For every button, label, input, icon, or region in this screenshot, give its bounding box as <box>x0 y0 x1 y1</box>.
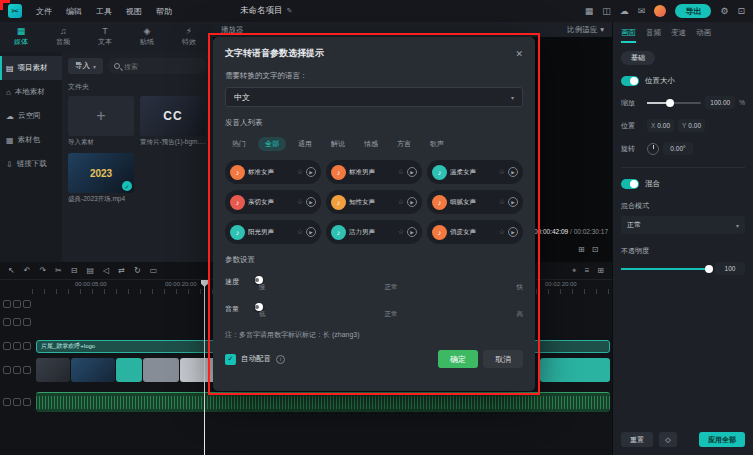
import-button[interactable]: 导入 ▾ <box>68 58 103 74</box>
tab-media[interactable]: ▦ 媒体 <box>0 27 42 47</box>
favorite-star-icon[interactable]: ☆ <box>499 168 505 176</box>
favorite-star-icon[interactable]: ☆ <box>297 168 303 176</box>
play-icon[interactable]: ▶ <box>508 167 518 177</box>
fullscreen-icon[interactable]: ⊡ <box>592 245 599 254</box>
rotate-value[interactable]: 0.00° <box>663 142 693 155</box>
rotate-knob[interactable] <box>647 143 659 155</box>
tab-picture[interactable]: 画面 <box>621 28 636 43</box>
settings-gear-icon[interactable]: ⚙ <box>720 6 728 16</box>
cancel-button[interactable]: 取消 <box>483 350 523 368</box>
track-hide-icon[interactable] <box>13 342 21 350</box>
sidebar-item-pack[interactable]: ▦ 素材包 <box>0 128 62 152</box>
sidebar-item-local-media[interactable]: ⌂ 本地素材 <box>0 80 62 104</box>
video-clip[interactable] <box>71 358 115 382</box>
video-thumb[interactable]: CC <box>140 96 206 136</box>
mirror-icon[interactable]: ⇄ <box>118 266 125 275</box>
search-box[interactable] <box>108 58 207 74</box>
play-icon[interactable]: ▶ <box>508 197 518 207</box>
language-select[interactable]: 中文 ▾ <box>225 87 523 107</box>
voice-item[interactable]: ♪ 俏皮女声 ☆ ▶ <box>427 220 523 244</box>
app-logo-icon[interactable]: ✂ <box>8 4 22 18</box>
audio-track-clip[interactable] <box>36 392 610 412</box>
voice-item[interactable]: ♪ 细腻女声 ☆ ▶ <box>427 190 523 214</box>
track-mute-icon[interactable] <box>23 318 31 326</box>
track-hide-icon[interactable] <box>13 300 21 308</box>
tab-dialect[interactable]: 方言 <box>390 137 418 151</box>
menu-help[interactable]: 帮助 <box>150 3 178 20</box>
keyframe-diamond-icon[interactable]: ◇ <box>659 432 677 447</box>
sidebar-item-project-media[interactable]: ▤ 项目素材 <box>0 56 62 80</box>
opacity-slider[interactable] <box>621 268 711 270</box>
undo-icon[interactable]: ↶ <box>24 266 31 275</box>
position-x-field[interactable]: X 0.00 <box>647 119 674 132</box>
tab-effects[interactable]: ⚡ 特效 <box>168 27 210 47</box>
tab-audio[interactable]: 音频 <box>646 28 661 43</box>
close-icon[interactable]: ✕ <box>515 49 523 59</box>
play-icon[interactable]: ▶ <box>306 227 316 237</box>
tab-sticker[interactable]: ◈ 贴纸 <box>126 27 168 47</box>
track-lock-icon[interactable] <box>3 398 11 406</box>
video-clip[interactable] <box>36 358 70 382</box>
transition-clip[interactable] <box>143 358 179 382</box>
favorite-star-icon[interactable]: ☆ <box>398 198 404 206</box>
sidebar-item-cloud[interactable]: ☁ 云空间 <box>0 104 62 128</box>
layout-icon[interactable]: ▦ <box>585 6 594 16</box>
play-icon[interactable]: ▶ <box>306 197 316 207</box>
cloud-sync-icon[interactable]: ☁ <box>620 6 629 16</box>
voice-item[interactable]: ♪ 温柔女声 ☆ ▶ <box>427 160 523 184</box>
tab-text[interactable]: T 文本 <box>84 27 126 47</box>
tab-general[interactable]: 通用 <box>291 137 319 151</box>
favorite-star-icon[interactable]: ☆ <box>398 228 404 236</box>
expand-tracks-icon[interactable]: ⊞ <box>597 266 604 276</box>
voice-item[interactable]: ♪ 标准女声 ☆ ▶ <box>225 160 321 184</box>
delete-icon[interactable]: ⊟ <box>71 266 78 275</box>
freeze-frame-icon[interactable]: ▤ <box>87 266 95 275</box>
tab-audio[interactable]: ♫ 音频 <box>42 27 84 47</box>
tab-narration[interactable]: 解说 <box>324 137 352 151</box>
media-tile[interactable]: 2023 ✓ 盛典-2023开场.mp4 <box>68 153 134 204</box>
voice-item[interactable]: ♪ 知性女声 ☆ ▶ <box>326 190 422 214</box>
rotate-icon[interactable]: ↻ <box>134 266 141 275</box>
track-lock-icon[interactable] <box>3 342 11 350</box>
track-hide-icon[interactable] <box>13 398 21 406</box>
reverse-icon[interactable]: ◁ <box>103 266 109 275</box>
export-button[interactable]: 导出 <box>675 4 711 18</box>
track-mute-icon[interactable] <box>23 398 31 406</box>
user-avatar[interactable] <box>654 5 666 17</box>
search-input[interactable] <box>124 63 201 70</box>
image-thumb[interactable]: 2023 ✓ <box>68 153 134 193</box>
tab-all[interactable]: 全部 <box>258 137 286 151</box>
menu-view[interactable]: 视图 <box>120 3 148 20</box>
track-lock-icon[interactable] <box>3 300 11 308</box>
rename-pencil-icon[interactable]: ✎ <box>287 7 293 15</box>
favorite-star-icon[interactable]: ☆ <box>297 228 303 236</box>
import-tile[interactable]: + 导入素材 <box>68 96 134 147</box>
ratio-icon[interactable]: ⊞ <box>578 245 585 254</box>
track-mute-icon[interactable] <box>23 342 31 350</box>
info-icon[interactable]: i <box>276 355 285 364</box>
volume-slider[interactable]: 低 正常 高 <box>259 303 523 319</box>
track-lock-icon[interactable] <box>3 318 11 326</box>
voice-item[interactable]: ♪ 阳光男声 ☆ ▶ <box>225 220 321 244</box>
import-thumb[interactable]: + <box>68 96 134 136</box>
position-y-field[interactable]: Y 0.00 <box>678 119 705 132</box>
playhead[interactable] <box>204 280 205 455</box>
menu-tools[interactable]: 工具 <box>90 3 118 20</box>
split-icon[interactable]: ✂ <box>55 266 62 275</box>
menu-edit[interactable]: 编辑 <box>60 3 88 20</box>
video-clip[interactable] <box>116 358 142 382</box>
tab-hot[interactable]: 热门 <box>225 137 253 151</box>
confirm-button[interactable]: 确定 <box>438 350 478 368</box>
track-hide-icon[interactable] <box>13 318 21 326</box>
track-lock-icon[interactable] <box>3 366 11 374</box>
tab-singing[interactable]: 歌声 <box>423 137 451 151</box>
link-tracks-icon[interactable]: ≡ <box>585 266 590 276</box>
crop-icon[interactable]: ▭ <box>150 266 158 275</box>
redo-icon[interactable]: ↷ <box>39 266 46 275</box>
menu-file[interactable]: 文件 <box>30 3 58 20</box>
speed-slider[interactable]: 慢 正常 快 <box>259 276 523 292</box>
play-icon[interactable]: ▶ <box>407 197 417 207</box>
media-tile[interactable]: CC 宣传片-预告(1)-bgm.mp4 <box>140 96 206 147</box>
opacity-value[interactable]: 100 <box>715 262 745 275</box>
toggle-switch[interactable] <box>621 76 639 86</box>
